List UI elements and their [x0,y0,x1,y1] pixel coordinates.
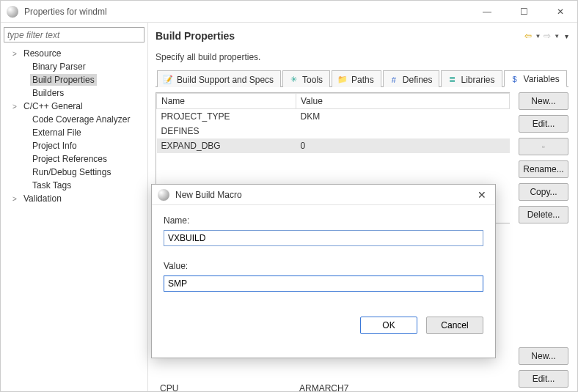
nav-menu-icon[interactable]: ▾ [563,32,568,40]
cell-value: ARMARCH7 [299,383,348,392]
tree-item-label: Code Coverage Analyzer [30,114,132,125]
tree-item-build-properties[interactable]: Build Properties [8,73,147,86]
browse-button: ▫ [519,138,568,155]
window-maximize[interactable]: ☐ [513,7,535,17]
tab-paths[interactable]: 📁Paths [332,70,381,87]
tree-item-builders[interactable]: Builders [8,86,147,100]
filter-input[interactable] [4,27,144,42]
dialog: New Build Macro ✕ Name: Value: OK Cancel [151,184,496,358]
tree-item-binary-parser[interactable]: Binary Parser [8,60,147,73]
nav-back-dropdown[interactable]: ▼ [535,33,541,40]
paths-icon: 📁 [337,75,348,85]
page-heading: Build Properties [156,30,524,42]
tab-libraries[interactable]: ≣Libraries [441,70,502,87]
caret-icon: > [12,195,21,203]
cancel-button[interactable]: Cancel [426,317,483,334]
tree-item-label: Validation [21,193,64,204]
dialog-icon [158,189,169,201]
value-label: Value: [164,261,483,271]
tab-defines[interactable]: #Defines [383,70,440,87]
lower-rows: CPUARMARCH7TOOL_FAMILYgnu [156,381,510,392]
nav-forward-icon[interactable]: ⇨ [544,31,551,41]
name-label: Name: [164,215,483,226]
window-minimize[interactable]: — [476,7,498,17]
tree-item-label: Binary Parser [30,61,88,73]
col-name[interactable]: Name [157,94,296,109]
col-value[interactable]: Value [296,94,510,109]
dialog-titlebar: New Build Macro ✕ [152,185,495,205]
tree-item-task-tags[interactable]: Task Tags [8,179,147,192]
cell-name: EXPAND_DBG [157,138,296,153]
tree-item-c-c-general[interactable]: >C/C++ General [8,100,147,113]
variables-table: Name Value PROJECT_TYPEDKMDEFINESEXPAND_… [156,93,510,153]
tree-item-label: Project Info [30,140,79,152]
delete-button[interactable]: Delete... [519,206,568,223]
tree-item-label: Task Tags [30,180,73,191]
ok-button[interactable]: OK [360,317,417,334]
tree-item-validation[interactable]: >Validation [8,192,147,205]
copy-button[interactable]: Copy... [519,183,568,201]
tree-item-code-coverage-analyzer[interactable]: Code Coverage Analyzer [8,113,147,126]
caret-icon: > [12,103,21,111]
tree-item-label: Resource [21,48,63,59]
cell-name: CPU [160,383,299,392]
tab-label: Variables [524,74,560,84]
table-row[interactable]: EXPAND_DBG0 [157,138,510,153]
tree-item-resource[interactable]: >Resource [8,47,147,60]
window-titlebar: Properties for windml — ☐ ✕ [1,1,577,23]
cell-value: 0 [296,138,510,153]
dialog-title: New Build Macro [175,190,475,200]
value-input[interactable] [164,275,483,292]
tree-item-label: C/C++ General [21,100,85,112]
defines-icon: # [389,75,399,85]
tree-item-run-debug-settings[interactable]: Run/Debug Settings [8,166,147,179]
build-support-and-specs-icon: 📝 [163,75,173,85]
nav-arrows: ⇦ ▼ ⇨ ▼ ▾ [524,31,568,41]
table-row[interactable]: DEFINES [157,124,510,138]
tree-item-project-info[interactable]: Project Info [8,139,147,152]
table-buttons-lower: New... Edit... ▫ [519,347,568,392]
tree-item-label: Run/Debug Settings [30,166,113,178]
tree-item-label: Builders [30,87,66,99]
window-close[interactable]: ✕ [549,7,571,17]
new-button-2[interactable]: New... [519,347,568,365]
tab-label: Libraries [461,75,494,85]
tab-label: Paths [351,75,374,85]
window-title: Properties for windml [24,7,476,17]
tab-build-support-and-specs[interactable]: 📝Build Support and Specs [157,70,281,87]
edit-button[interactable]: Edit... [519,115,568,133]
app-icon [7,6,18,18]
tab-bar: 📝Build Support and Specs✳Tools📁Paths#Def… [156,70,568,87]
page-description: Specify all build properties. [156,52,568,62]
tree-item-project-references[interactable]: Project References [8,152,147,166]
caret-icon: > [12,50,21,58]
tree-item-label: External File [30,127,84,138]
cell-value: DKM [296,109,510,125]
cell-name: DEFINES [157,124,296,138]
tree-item-label: Project References [30,153,109,165]
tree-item-label: Build Properties [30,74,97,86]
nav-tree: >ResourceBinary ParserBuild PropertiesBu… [1,47,147,205]
libraries-icon: ≣ [447,75,457,85]
new-button[interactable]: New... [519,92,568,110]
variables-icon: $ [510,74,520,84]
tree-item-external-file[interactable]: External File [8,126,147,139]
edit-button-2[interactable]: Edit... [519,370,568,388]
cell-value [296,124,510,138]
sidebar: >ResourceBinary ParserBuild PropertiesBu… [1,23,148,391]
nav-forward-dropdown[interactable]: ▼ [554,33,560,40]
tab-label: Build Support and Specs [177,75,274,85]
table-buttons: New... Edit... ▫ Rename... Copy... Delet… [510,92,568,223]
nav-back-icon[interactable]: ⇦ [524,31,532,41]
dialog-close[interactable]: ✕ [475,189,489,201]
name-input[interactable] [164,230,483,246]
rename-button[interactable]: Rename... [519,160,568,178]
tab-label: Defines [403,75,433,85]
cell-name: PROJECT_TYPE [157,109,296,125]
tab-label: Tools [302,75,323,85]
table-row[interactable]: PROJECT_TYPEDKM [157,109,510,125]
table-row[interactable]: CPUARMARCH7 [156,381,510,392]
tab-variables[interactable]: $Variables [504,70,567,87]
tools-icon: ✳ [288,75,299,85]
tab-tools[interactable]: ✳Tools [282,70,330,87]
